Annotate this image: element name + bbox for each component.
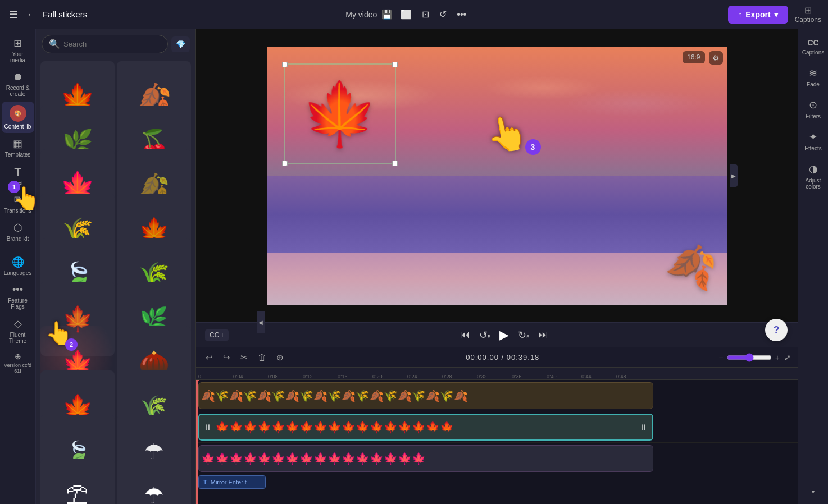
leaf-15: 🍂 [398, 389, 412, 402]
track-pause-right-icon: ⏸ [640, 423, 648, 432]
hamburger-button[interactable]: ☰ [7, 6, 20, 23]
templates-icon: ▦ [13, 138, 22, 150]
more-button[interactable]: ••• [453, 7, 470, 22]
sidebar-item-languages[interactable]: 🌐 Languages [2, 253, 34, 280]
your-media-icon: ⊞ [13, 37, 22, 49]
sticker-cell-19[interactable]: ☂ [117, 459, 191, 504]
version-icon: ⊕ [15, 352, 21, 361]
sticker-cell-18[interactable]: ⛱ [40, 459, 115, 504]
maple-4: 🍁 [257, 420, 271, 434]
red-leaf-14: 🍁 [384, 452, 398, 465]
red-leaf-6: 🍁 [271, 452, 285, 465]
timeline-playhead [196, 380, 198, 504]
preview-ratio-button[interactable]: 16:9 [683, 51, 704, 63]
leaf-9: 🍂 [313, 389, 327, 402]
leaf-5: 🍂 [257, 389, 271, 402]
add-clip-button[interactable]: ⊕ [274, 351, 286, 364]
ruler-mark-48: 0:48 [616, 374, 651, 379]
help-button[interactable]: ? [765, 319, 788, 341]
timeline-tracks: 🍂 🌾 🍂 🌾 🍂 🌾 🍂 🌾 🍂 🌾 🍂 🌾 [196, 380, 798, 504]
time-separator: / [502, 353, 507, 361]
replay-5-button[interactable]: ↺5 [479, 329, 490, 341]
record-icon: ⏺ [13, 71, 23, 83]
sidebar-item-fluent-theme[interactable]: ◇ Fluent Theme [2, 314, 34, 347]
templates-label: Templates [5, 152, 31, 158]
leaf-8: 🌾 [299, 389, 313, 402]
maple-5: 🍁 [271, 420, 285, 434]
sidebar-item-templates[interactable]: ▦ Templates [2, 134, 34, 161]
zoom-out-button[interactable]: − [719, 353, 724, 362]
right-panel-adjust-colors[interactable]: ◑ Adjust colors [799, 158, 827, 194]
maple-13: 🍁 [384, 420, 398, 434]
skip-end-button[interactable]: ⏭ [538, 329, 548, 341]
collapse-panel-button[interactable]: ◀ [257, 311, 265, 333]
right-panel-fade[interactable]: ≋ Fade [799, 62, 827, 92]
sidebar-item-version[interactable]: ⊕ Version ccfd61f [2, 349, 34, 377]
fluent-theme-icon: ◇ [14, 318, 22, 330]
red-leaf-3: 🍁 [229, 452, 243, 465]
your-media-label: Your media [4, 51, 32, 63]
rotate-button[interactable]: ↺ [436, 7, 450, 22]
leaf-12: 🌾 [356, 389, 370, 402]
back-button[interactable]: ← [27, 10, 36, 20]
mirror-clip[interactable]: T Mirror Enter t [198, 475, 266, 489]
preview-settings-button[interactable]: ⚙ [709, 51, 723, 65]
video-sticker-selected[interactable]: 🍁 [284, 63, 396, 164]
undo-button[interactable]: ↩ [203, 351, 216, 364]
maple-12: 🍁 [370, 420, 384, 434]
sidebar-item-record-create[interactable]: ⏺ Record & create [2, 68, 34, 100]
mirror-t-icon: T [203, 479, 207, 485]
cut-button[interactable]: ✂ [238, 351, 251, 364]
sidebar-item-brand-kit[interactable]: ⬡ Brand kit [2, 218, 34, 245]
premium-icon-button[interactable]: 💎 [171, 36, 190, 52]
right-panel-captions[interactable]: CC Captions [799, 34, 827, 60]
avatar-initial: 🎨 [14, 110, 22, 117]
track-row-1: 🍂 🌾 🍂 🌾 🍂 🌾 🍂 🌾 🍂 🌾 🍂 🌾 [196, 380, 798, 411]
expand-timeline-button[interactable]: ⤢ [784, 353, 791, 362]
text-icon: T [14, 166, 21, 178]
video-preview-area: ◀ 🍁 👆 3 [196, 29, 798, 322]
maple-2: 🍁 [229, 420, 243, 434]
sidebar-item-your-media[interactable]: ⊞ Your media [2, 34, 34, 67]
sidebar-item-text[interactable]: T Text [2, 162, 34, 190]
adjust-colors-icon: ◑ [809, 163, 818, 175]
leaf-1: 🍂 [201, 389, 215, 402]
clip-leaves-1: 🍂 🌾 🍂 🌾 🍂 🌾 🍂 🌾 🍂 🌾 🍂 🌾 [199, 383, 470, 409]
sidebar-item-content-lib[interactable]: 🎨 Content lib [2, 102, 34, 133]
track-clip-2[interactable]: ⏸ 🍁 🍁 🍁 🍁 🍁 🍁 🍁 🍁 🍁 🍁 � [198, 414, 653, 441]
right-panel-effects[interactable]: ✦ Effects [799, 126, 827, 156]
leaf-6: 🌾 [271, 389, 285, 402]
search-input[interactable] [63, 40, 161, 48]
right-panel-collapse[interactable]: ▾ [799, 484, 827, 500]
zoom-in-button[interactable]: + [775, 353, 780, 362]
track-clip-1[interactable]: 🍂 🌾 🍂 🌾 🍂 🌾 🍂 🌾 🍂 🌾 🍂 🌾 [198, 382, 653, 409]
closed-captions-button[interactable]: CC + [205, 329, 229, 341]
forward-5-button[interactable]: ↻5 [518, 329, 529, 341]
export-button[interactable]: ↑ Export ▾ [728, 6, 788, 24]
text-label: Text [12, 180, 22, 186]
redo-button[interactable]: ↪ [220, 351, 233, 364]
crop-button[interactable]: ⬜ [397, 7, 415, 22]
video-canvas[interactable]: 🍁 👆 3 🍂 ⚙ 16:9 [267, 47, 727, 305]
delete-button[interactable]: 🗑 [255, 351, 269, 364]
captions-rp-label: Captions [802, 49, 824, 56]
collapse-right-panel-button[interactable]: ▶ [730, 164, 738, 187]
cc-plus-icon: + [220, 331, 224, 339]
track-clip-3[interactable]: 🍁 🍁 🍁 🍁 🍁 🍁 🍁 🍁 🍁 🍁 🍁 🍁 [198, 445, 653, 472]
play-pause-button[interactable]: ▶ [499, 328, 509, 342]
maple-15: 🍁 [412, 420, 426, 434]
top-bar: ☰ ← Fall stickers My video 💾 ⬜ ⊡ ↺ ••• ↑… [0, 0, 828, 29]
right-panel-filters[interactable]: ⊙ Filters [799, 94, 827, 124]
content-lib-label: Content lib [4, 123, 31, 130]
sidebar-item-transitions[interactable]: ⧉ Transitions [2, 191, 34, 217]
sidebar-item-feature-flags[interactable]: ••• Feature Flags [2, 281, 34, 313]
zoom-slider[interactable] [727, 353, 772, 362]
red-leaf-10: 🍁 [327, 452, 342, 465]
leaf-14: 🌾 [384, 389, 398, 402]
sticker-grid: 🍁 🍂 🌿 🍒 🍁 [36, 58, 195, 504]
resize-button[interactable]: ⊡ [418, 7, 433, 22]
content-lib-avatar: 🎨 [10, 105, 26, 122]
top-bar-right: ↑ Export ▾ ⊞ Captions [728, 5, 821, 24]
maple-10: 🍁 [342, 420, 356, 434]
skip-start-button[interactable]: ⏮ [460, 329, 470, 341]
